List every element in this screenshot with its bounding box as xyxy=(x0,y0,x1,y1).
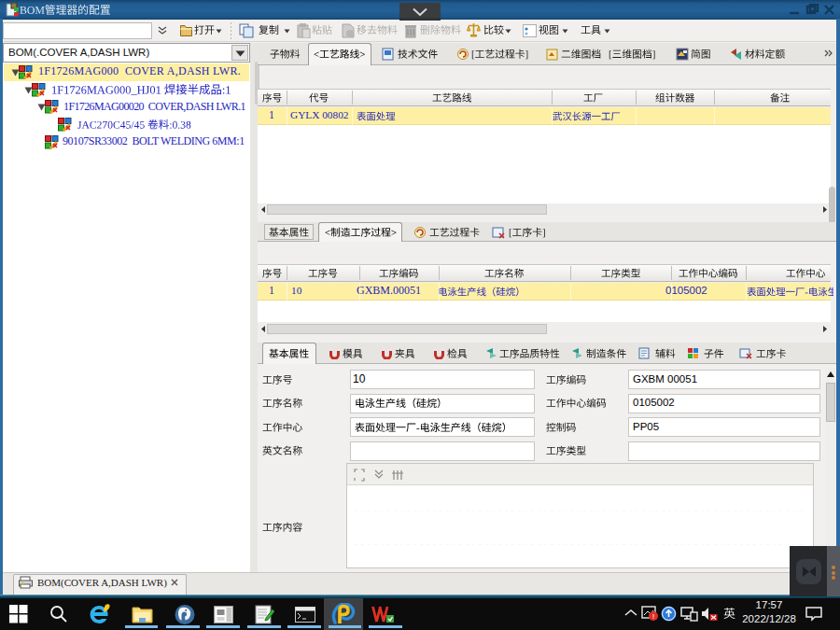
svg-text:!: ! xyxy=(652,612,654,621)
